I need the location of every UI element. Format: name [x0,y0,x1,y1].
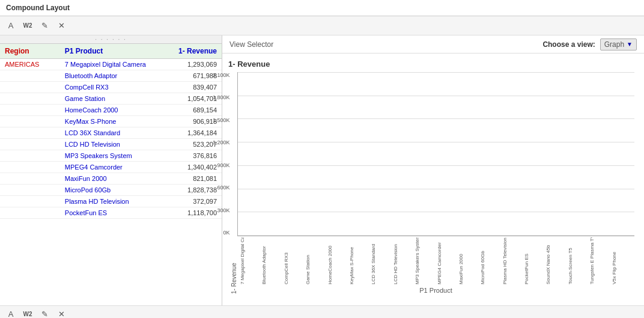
bottom-close-icon[interactable]: ✕ [55,308,67,319]
product-cell: LCD HD Television [60,139,168,150]
chart-plot: 2,100K1,800K1,500K1,200K900K600K300K0K [237,72,634,236]
y-tick-label: 1,200K [213,139,230,145]
y-tick-label: 1,500K [213,117,230,123]
view-dropdown[interactable]: Graph ▼ [600,38,637,50]
region-cell [0,139,60,150]
table-row: MaxiFun 2000821,081 [0,173,222,185]
formula-icon[interactable]: W2 [22,20,34,32]
x-axis-label: Touch-Screen T5 [568,237,588,284]
view-selector-label: View Selector [229,40,273,49]
col-header-product: P1 Product [60,44,168,59]
x-axis-label: V5x Flip Phone [612,237,632,284]
product-cell: Plasma HD Television [60,196,168,207]
product-cell: Game Station [60,93,168,105]
product-cell: MPEG4 Camcorder [60,162,168,173]
x-axis-label: LCD 36X Standard [371,237,391,284]
product-cell: PocketFun ES [60,207,168,219]
chart-wrapper: 1- Revenue 2,100K1,800K1,500K1,200K900K6… [228,72,634,294]
x-axis-label: Plasma HD Television [502,237,523,284]
left-panel: · · · · · · Region P1 Product 1- Revenue… [0,35,222,305]
chart-title: 1- Revenue [228,60,634,69]
close-icon[interactable]: ✕ [55,20,67,32]
top-toolbar: A W2 ✎ ✕ [0,16,644,35]
table-row: PocketFun ES1,118,700 [0,207,222,219]
bottom-formula-icon[interactable]: W2 [22,308,34,319]
table-row: Plasma HD Television372,097 [0,196,222,207]
x-axis-label: MP3 Speakers System [415,237,435,284]
product-cell: HomeCoach 2000 [60,105,168,116]
region-cell: AMERICAS [0,59,60,70]
region-cell [0,127,60,139]
product-cell: LCD 36X Standard [60,127,168,139]
x-axis-label: PocketFun ES [524,237,544,284]
y-tick-label: 900K [213,162,230,168]
bottom-text-icon[interactable]: A [5,308,17,319]
region-cell [0,207,60,219]
x-axis-labels: 7 Megapixel Digital CameraBluetooth Adap… [237,236,634,284]
edit-icon[interactable]: ✎ [38,20,50,32]
product-cell: 7 Megapixel Digital Camera [60,59,168,70]
dropdown-arrow-icon: ▼ [627,41,633,47]
region-cell [0,70,60,82]
revenue-cell: 1,293,069 [168,59,222,70]
right-panel: View Selector Choose a view: Graph ▼ 1- … [222,35,644,305]
x-axis-title: P1 Product [237,284,634,294]
product-cell: KeyMax S-Phone [60,116,168,127]
table-row: MPEG4 Camcorder1,340,402 [0,162,222,173]
x-axis-label: Game Station [305,237,326,284]
region-cell [0,185,60,196]
text-icon[interactable]: A [5,20,17,32]
table-row: MP3 Speakers System376,816 [0,150,222,162]
table-row: LCD 36X Standard1,364,184 [0,127,222,139]
region-cell [0,162,60,173]
product-cell: MaxiFun 2000 [60,173,168,185]
product-cell: MP3 Speakers System [60,150,168,162]
region-cell [0,150,60,162]
x-axis-label: MPEG4 Camcorder [437,237,457,284]
bottom-edit-icon[interactable]: ✎ [38,308,50,319]
chart-inner: 2,100K1,800K1,500K1,200K900K600K300K0K 7… [237,72,634,294]
x-axis-label: MicroPod 60Gb [480,237,500,284]
x-axis-label: SoundX Nano 45b [545,237,566,284]
x-axis-label: Bluetooth Adaptor [261,237,282,284]
drag-handle[interactable]: · · · · · · [0,35,222,44]
y-labels: 2,100K1,800K1,500K1,200K900K600K300K0K [213,72,230,236]
y-tick-label: 0K [213,230,230,236]
product-cell: CompCell RX3 [60,82,168,93]
y-tick-label: 1,800K [213,94,230,100]
region-cell [0,82,60,93]
table-row: Bluetooth Adaptor671,988 [0,70,222,82]
product-cell: MicroPod 60Gb [60,185,168,196]
table-row: Game Station1,054,701 [0,93,222,105]
region-cell [0,93,60,105]
region-cell [0,116,60,127]
region-cell [0,196,60,207]
x-axis-label: CompCell RX3 [284,237,304,284]
table-row: KeyMax S-Phone906,918 [0,116,222,127]
main-content: · · · · · · Region P1 Product 1- Revenue… [0,35,644,305]
bottom-toolbar: A W2 ✎ ✕ [0,305,644,318]
table-row: LCD HD Television523,207 [0,139,222,150]
table-row: CompCell RX3839,407 [0,82,222,93]
y-tick-label: 600K [213,185,230,191]
col-header-revenue: 1- Revenue [168,44,222,59]
choose-view: Choose a view: Graph ▼ [542,38,637,50]
col-header-region: Region [0,44,60,59]
y-tick-label: 2,100K [213,72,230,78]
region-cell [0,173,60,185]
chart-area: 1- Revenue 1- Revenue 2,100K1,800K1,500K… [222,54,644,305]
bars-container [238,72,634,236]
x-axis-label: HomeCoach 2000 [327,237,348,284]
drag-dots-icon: · · · · · · [95,36,127,43]
data-table-container[interactable]: Region P1 Product 1- Revenue AMERICAS7 M… [0,44,222,305]
x-axis-label: MaxiFun 2000 [458,237,479,284]
table-row: MicroPod 60Gb1,828,738 [0,185,222,196]
data-table: Region P1 Product 1- Revenue AMERICAS7 M… [0,44,222,219]
y-tick-label: 300K [213,207,230,213]
x-axis-label: LCD HD Television [393,237,413,284]
x-axis-label: KeyMax S-Phone [349,237,369,284]
table-row: AMERICAS7 Megapixel Digital Camera1,293,… [0,59,222,70]
view-selector-bar: View Selector Choose a view: Graph ▼ [222,35,644,54]
x-axis-label: Tungsten E Plasma TV [589,237,610,284]
choose-view-label: Choose a view: [542,40,595,49]
